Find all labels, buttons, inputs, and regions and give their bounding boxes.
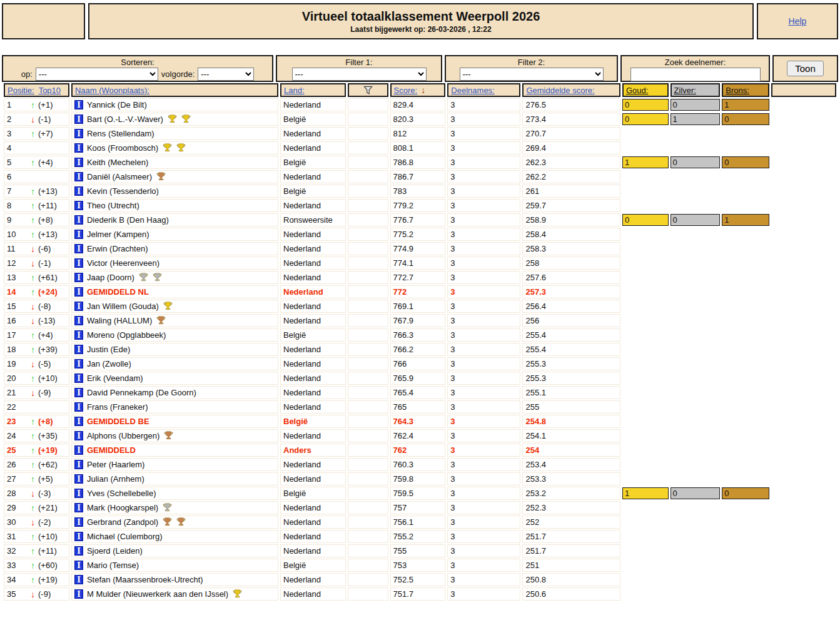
deelnames-cell: 3 [447, 127, 520, 140]
filter2-select[interactable]: --- [460, 68, 604, 81]
position-number: 12 [7, 258, 31, 268]
position-number: 5 [7, 158, 31, 167]
positie-sort-link[interactable]: Positie: [8, 86, 34, 95]
deelnames-sort-link[interactable]: Deelnames: [451, 86, 494, 95]
leaderboard-row: 16↓(-13)IWaling (HALLUM)Nederland767.932… [4, 314, 836, 327]
top10-link[interactable]: Top10 [39, 86, 61, 95]
help-link[interactable]: Help [789, 16, 807, 26]
filter1-select[interactable]: --- [292, 68, 427, 81]
brons-cell [722, 328, 769, 342]
participant-stats-icon[interactable]: I [74, 589, 83, 599]
participant-stats-icon[interactable]: I [74, 575, 83, 584]
deelnames-cell: 3 [447, 415, 520, 428]
land-cell: Nederland [280, 429, 346, 442]
leaderboard-row: 34↑(+19)IStefan (Maarssenbroek-Utrecht)N… [4, 573, 836, 586]
deelnames-cell: 3 [447, 328, 520, 342]
participant-stats-icon[interactable]: I [74, 359, 83, 368]
land-sort-link[interactable]: Land: [284, 86, 305, 95]
zilver-cell [670, 458, 721, 471]
row-end-spacer [771, 228, 836, 241]
land-cell: Nederland [280, 587, 346, 601]
participant-stats-icon[interactable]: I [74, 373, 83, 383]
naam-cell: IGEMIDDELD [71, 444, 278, 457]
rank-change-value: (+60) [38, 561, 58, 570]
participant-stats-icon[interactable]: I [74, 532, 83, 541]
zilver-cell [670, 415, 721, 428]
funnel-body-cell [348, 242, 388, 255]
participant-stats-icon[interactable]: I [74, 489, 83, 498]
goud-cell [622, 400, 669, 414]
zilver-cell [670, 242, 721, 255]
participant-stats-icon[interactable]: I [74, 503, 83, 512]
silver-trophy-icon [152, 273, 162, 282]
gemiddelde-cell: 251.7 [522, 530, 620, 543]
participant-stats-icon[interactable]: I [74, 402, 83, 412]
score-cell: 779.2 [390, 199, 446, 212]
deelnames-cell: 3 [447, 314, 520, 327]
participant-stats-icon[interactable]: I [74, 345, 83, 354]
positie-cell: 14↑(+24) [4, 285, 69, 298]
leaderboard-body: 1↑(+1)IYannick (De Bilt)Nederland829.432… [4, 98, 836, 601]
participant-stats-icon[interactable]: I [74, 186, 83, 196]
participant-stats-icon[interactable]: I [74, 143, 83, 153]
participant-stats-icon[interactable]: I [74, 129, 83, 138]
participant-stats-icon[interactable]: I [74, 316, 83, 325]
participant-stats-icon[interactable]: I [74, 460, 83, 469]
rank-up-icon: ↑ [31, 345, 38, 355]
participant-stats-icon[interactable]: I [74, 417, 83, 426]
participant-stats-icon[interactable]: I [74, 201, 83, 210]
participant-stats-icon[interactable]: I [74, 230, 83, 239]
gemiddelde-cell: 258.4 [522, 228, 620, 241]
position-number: 32 [7, 546, 31, 556]
participant-stats-icon[interactable]: I [74, 546, 83, 556]
score-cell: 767.9 [390, 314, 446, 327]
goud-sort-link[interactable]: Goud: [626, 86, 648, 95]
participant-stats-icon[interactable]: I [74, 474, 83, 484]
naam-sort-link[interactable]: Naam (Woonplaats): [75, 86, 149, 95]
score-cell: 786.7 [390, 170, 446, 183]
row-end-spacer [771, 415, 836, 428]
row-end-spacer [771, 98, 836, 111]
participant-name: Jan Willem (Gouda) [87, 302, 159, 311]
deelnames-cell: 3 [447, 357, 520, 370]
participant-stats-icon[interactable]: I [74, 100, 83, 109]
participant-stats-icon[interactable]: I [74, 517, 83, 527]
brons-sort-link[interactable]: Brons: [726, 86, 749, 95]
zilver-sort-link[interactable]: Zilver: [674, 86, 696, 95]
leaderboard-row: 25↑(+19)IGEMIDDELDAnders7623254 [4, 444, 836, 457]
participant-stats-icon[interactable]: I [74, 244, 83, 253]
participant-stats-icon[interactable]: I [74, 273, 83, 282]
participant-stats-icon[interactable]: I [74, 561, 83, 570]
participant-stats-icon[interactable]: I [74, 431, 83, 440]
score-cell: 783 [390, 185, 446, 198]
participant-name: Mark (Hoogkarspel) [87, 503, 158, 512]
gemiddelde-cell: 255.4 [522, 328, 620, 342]
leaderboard-row: 15↓(-8)IJan Willem (Gouda)Nederland769.1… [4, 300, 836, 313]
participant-stats-icon[interactable]: I [74, 330, 83, 340]
search-input[interactable] [630, 68, 761, 81]
sort-field-select[interactable]: --- [36, 68, 158, 81]
participant-stats-icon[interactable]: I [74, 114, 83, 124]
participant-stats-icon[interactable]: I [74, 158, 83, 167]
deelnames-cell: 3 [447, 156, 520, 169]
participant-stats-icon[interactable]: I [74, 388, 83, 397]
participant-name: Sjoerd (Leiden) [87, 546, 143, 556]
participant-stats-icon[interactable]: I [74, 302, 83, 311]
participant-name: Moreno (Opglabbeek) [87, 330, 166, 340]
positie-cell: 17↑(+4) [4, 328, 69, 342]
land-cell: Nederland [280, 357, 346, 370]
bronze-trophy-icon [162, 517, 172, 527]
gemiddelde-sort-link[interactable]: Gemiddelde score: [526, 86, 594, 95]
gemiddelde-cell: 259.7 [522, 199, 620, 212]
participant-stats-icon[interactable]: I [74, 258, 83, 268]
participant-stats-icon[interactable]: I [74, 445, 83, 455]
participant-stats-icon[interactable]: I [74, 287, 83, 297]
naam-cell: IGerbrand (Zandpol) [71, 516, 278, 529]
participant-stats-icon[interactable]: I [74, 215, 83, 225]
show-button[interactable]: Toon [787, 61, 824, 76]
goud-cell [622, 228, 669, 241]
score-sort-link[interactable]: Score: [394, 86, 418, 95]
sort-order-select[interactable]: --- [198, 68, 254, 81]
participant-stats-icon[interactable]: I [74, 172, 83, 181]
filter-funnel-icon[interactable] [363, 86, 373, 95]
